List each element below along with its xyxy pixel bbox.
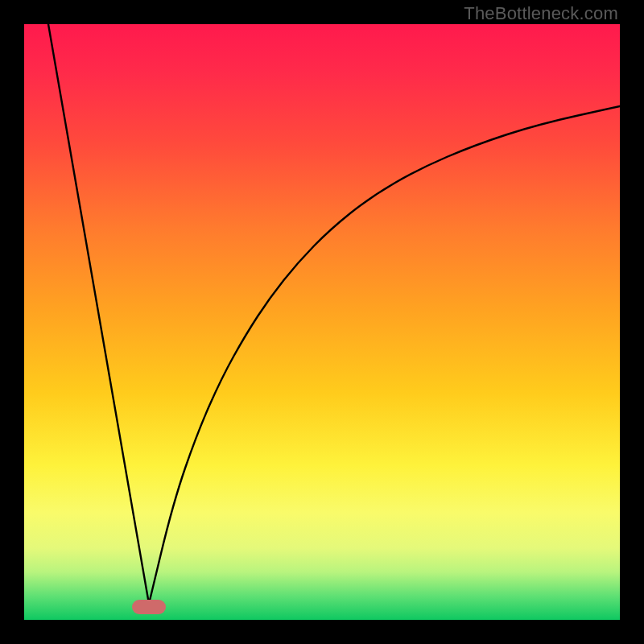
watermark-text: TheBottleneck.com [464,3,618,24]
minimum-marker [132,600,166,614]
plot-area [24,24,620,620]
bottleneck-curve [24,24,620,620]
